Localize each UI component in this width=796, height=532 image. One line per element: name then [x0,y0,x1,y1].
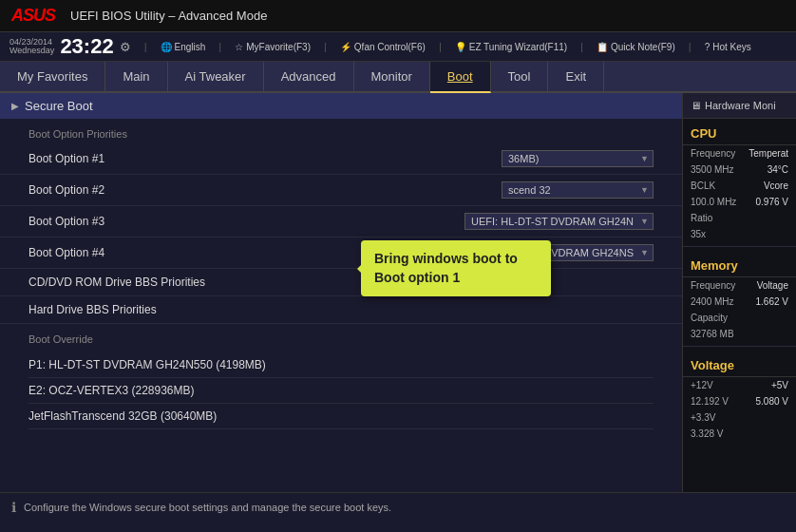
boot-option-4[interactable]: Boot Option #4 P1: HL-DT-ST DVDRAM GH24N… [0,238,682,269]
separator: | [439,41,442,52]
hw-mem-cap-label: Capacity [691,313,728,323]
tooltip-callout: Bring windows boot to Boot option 1 [361,240,551,296]
tab-tool[interactable]: Tool [491,62,549,91]
hw-mem-freq-label: Frequency [691,280,735,291]
tab-main[interactable]: Main [105,62,167,91]
info-eztuning[interactable]: 💡 EZ Tuning Wizard(F11) [455,42,567,52]
cd-dvd-item[interactable]: CD/DVD ROM Drive BBS Priorities [0,269,682,296]
hw-mem-freq-val-row: 2400 MHz 1.662 V [683,294,796,310]
hw-ratio-label-row: Ratio [683,210,796,226]
boot-option-3[interactable]: Boot Option #3 UEFI: HL-DT-ST DVDRAM GH2… [0,206,682,238]
override-item-2[interactable]: E2: OCZ-VERTEX3 (228936MB) [28,378,654,404]
hw-divider-1 [683,246,796,247]
info-myfavorite[interactable]: ☆ MyFavorite(F3) [235,42,311,52]
time-display: 23:22 [60,36,113,57]
override-item-1[interactable]: P1: HL-DT-ST DVDRAM GH24N550 (4198MB) [28,352,654,378]
hw-cpu-title: CPU [683,119,796,145]
hw-cpu-freq-row: Frequency Temperat [683,145,796,162]
override-item-3[interactable]: JetFlashTranscend 32GB (30640MB) [28,404,654,429]
boot-option-1-label: Boot Option #1 [28,152,104,165]
hw-memory-title: Memory [683,251,796,277]
tab-my-favorites[interactable]: My Favorites [0,62,105,91]
tab-exit[interactable]: Exit [548,62,604,91]
info-quicknote[interactable]: 📋 Quick Note(F9) [597,42,675,52]
hw-ratio-val: 35x [691,229,706,239]
separator: | [324,41,327,52]
boot-option-2-label: Boot Option #2 [28,183,104,197]
hw-bclk-val-row: 100.0 MHz 0.976 V [683,194,796,210]
header-bar: ASUS UEFI BIOS Utility – Advanced Mode [0,0,796,32]
monitor-icon: 🖥 [691,100,701,111]
hw-33v-label-row: +3.3V [683,409,796,426]
status-text: Configure the Windows secure boot settin… [24,502,391,513]
hw-ratio-label: Ratio [691,213,712,223]
hw-33v-label: +3.3V [691,412,715,423]
hw-mem-cap-label-row: Capacity [683,310,796,326]
hw-33v-val-row: 3.328 V [683,426,796,442]
hw-cpu-temp-val: 34°C [768,164,788,175]
hw-bclk-val: 100.0 MHz [691,197,736,207]
hw-panel-title: Hardware Moni [705,100,776,111]
hw-mem-cap-val: 32768 MB [691,329,734,339]
info-english[interactable]: 🌐 English [161,42,206,52]
tab-advanced[interactable]: Advanced [264,62,354,91]
boot-list: Boot Option Priorities Boot Option #1 36… [0,119,682,433]
info-hotkeys[interactable]: ? Hot Keys [705,42,751,52]
hw-mem-cap-val-row: 32768 MB [683,326,796,342]
hw-5v-label: +5V [771,380,788,390]
hw-monitor-panel: 🖥 Hardware Moni CPU Frequency Temperat 3… [682,93,796,492]
hw-mem-freq-val: 2400 MHz [691,296,734,307]
help-icon: ? [705,42,711,52]
datetime-block: 04/23/2014 Wednesday 23:22 ⚙ [9,36,131,57]
tab-boot[interactable]: Boot [430,62,491,93]
hw-cpu-temp-label: Temperat [749,148,788,159]
boot-option-3-label: Boot Option #3 [28,215,104,228]
separator: | [689,41,692,52]
hw-cpu-freq-val-row: 3500 MHz 34°C [683,162,796,178]
hw-bclk-label: BCLK [691,180,715,191]
lightbulb-icon: 💡 [455,42,466,52]
tab-monitor[interactable]: Monitor [354,62,430,91]
hw-cpu-freq-label: Frequency [691,148,735,159]
section-header: ▶ Secure Boot [0,93,682,119]
hw-panel-header: 🖥 Hardware Moni [683,93,796,119]
boot-option-2[interactable]: Boot Option #2 scend 32 [0,175,682,206]
boot-override-label: Boot Override [0,324,682,349]
boot-option-2-value[interactable]: scend 32 [502,181,654,199]
hard-drive-item[interactable]: Hard Drive BBS Priorities [0,296,682,324]
section-title: Secure Boot [25,99,93,113]
hw-12v-label-row: +12V +5V [683,377,796,393]
hw-mem-volt-val: 1.662 V [756,296,788,307]
hw-divider-2 [683,346,796,347]
info-bar: 04/23/2014 Wednesday 23:22 ⚙ | 🌐 English… [0,32,796,62]
hw-33v-val: 3.328 V [691,428,723,439]
separator: | [580,41,583,52]
boot-override-items: P1: HL-DT-ST DVDRAM GH24N550 (4198MB) E2… [0,349,682,433]
hw-ratio-val-row: 35x [683,226,796,242]
separator: | [144,41,147,52]
hw-vcore-label: Vcore [764,180,788,191]
header-title: UEFI BIOS Utility – Advanced Mode [70,9,267,23]
main-layout: ▶ Secure Boot Boot Option Priorities Boo… [0,93,796,492]
gear-icon[interactable]: ⚙ [120,40,131,54]
boot-option-1[interactable]: Boot Option #1 36MB) [0,143,682,175]
hw-mem-freq-row: Frequency Voltage [683,277,796,294]
hw-5v-val: 5.080 V [756,396,788,407]
fan-icon: ⚡ [340,42,351,52]
nav-tabs: My Favorites Main Ai Tweaker Advanced Mo… [0,62,796,93]
star-icon: ☆ [235,42,243,52]
globe-icon: 🌐 [161,42,172,52]
hw-bclk-row: BCLK Vcore [683,178,796,194]
boot-option-1-value[interactable]: 36MB) [502,150,654,167]
info-qfan[interactable]: ⚡ Qfan Control(F6) [340,42,426,52]
asus-logo: ASUS [11,6,55,26]
content-panel: ▶ Secure Boot Boot Option Priorities Boo… [0,93,682,492]
boot-section-label: Boot Option Priorities [0,119,682,143]
hw-voltage-title: Voltage [683,351,796,377]
day-display: Wednesday [9,47,54,55]
hw-12v-label: +12V [691,380,713,390]
tab-ai-tweaker[interactable]: Ai Tweaker [168,62,264,91]
hw-cpu-freq-val: 3500 MHz [691,164,734,175]
boot-option-3-value[interactable]: UEFI: HL-DT-ST DVDRAM GH24N [464,213,654,230]
hw-12v-val: 12.192 V [691,396,729,407]
